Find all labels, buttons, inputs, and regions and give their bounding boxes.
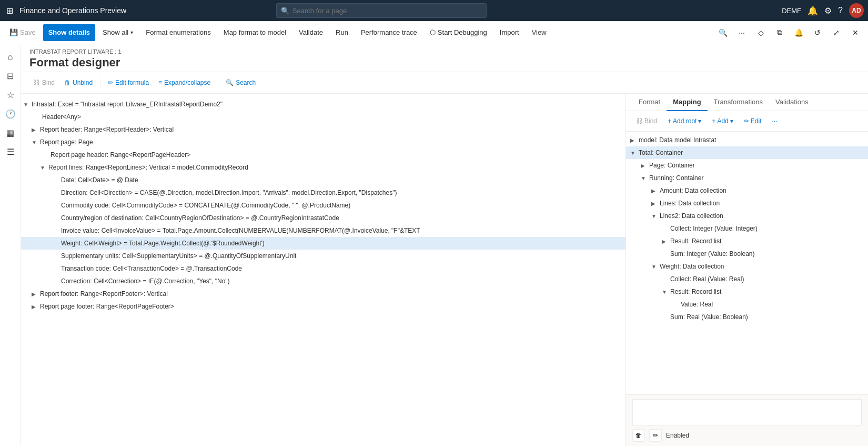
notification-icon[interactable]: 🔔 [808, 6, 818, 16]
show-all-button[interactable]: Show all ▾ [97, 24, 138, 41]
global-search-icon: 🔍 [281, 7, 289, 15]
tree-item[interactable]: Commodity code: Cell<CommodityCode> = CO… [21, 199, 625, 212]
m-tree-item-sum-int[interactable]: Sum: Integer (Value: Boolean) [626, 247, 868, 260]
tab-validations[interactable]: Validations [769, 94, 815, 111]
expand-icon[interactable]: ⤢ [828, 24, 845, 41]
import-button[interactable]: Import [494, 24, 524, 41]
m-tree-item-collect-real[interactable]: Collect: Real (Value: Real) [626, 273, 868, 285]
tree-item[interactable]: ▼ Report page: Page [21, 136, 625, 148]
bind-button[interactable]: ⛓ Bind [29, 75, 59, 90]
formula-input[interactable] [632, 399, 862, 425]
search-designer-button[interactable]: 🔍 Search [221, 75, 260, 90]
run-button[interactable]: Run [330, 24, 354, 41]
m-tree-item-value-real[interactable]: Value: Real [626, 298, 868, 311]
sidebar-clock-icon[interactable]: 🕐 [2, 105, 19, 122]
close-icon[interactable]: ✕ [847, 24, 864, 41]
top-right-controls: DEMF 🔔 ⚙ ? AD [782, 3, 864, 18]
tab-transformations[interactable]: Transformations [708, 94, 769, 111]
view-button[interactable]: View [527, 24, 552, 41]
add-button[interactable]: + Add ▾ [708, 114, 737, 128]
formula-delete-button[interactable]: 🗑 [632, 429, 645, 442]
tree-item[interactable]: Direction: Cell<Direction> = CASE(@.Dire… [21, 186, 625, 199]
tree-item[interactable]: ▼ Intrastat: Excel = "Intrastat report L… [21, 98, 625, 111]
m-tree-item-running[interactable]: ▼ Running: Container [626, 172, 868, 184]
performance-trace-button[interactable]: Performance trace [356, 24, 422, 41]
validate-button[interactable]: Validate [294, 24, 328, 41]
expand-icon: ▼ [630, 150, 639, 156]
tree-item[interactable]: Transaction code: Cell<TransactionCode> … [21, 262, 625, 275]
tree-item[interactable]: ▶ Report page footer: Range<ReportPageFo… [21, 300, 625, 313]
user-avatar[interactable]: AD [849, 3, 864, 18]
m-tree-item-result[interactable]: ▶ Result: Record list [626, 235, 868, 247]
add-root-button[interactable]: + Add root ▾ [663, 114, 705, 128]
m-tree-item-total[interactable]: ▼ Total: Container [626, 146, 868, 159]
m-tree-item-lines[interactable]: ▶ Lines: Data collection [626, 197, 868, 210]
tree-item[interactable]: Header<Any> [21, 111, 625, 123]
tree-item[interactable]: ▶ Report footer: Range<ReportFooter>: Ve… [21, 288, 625, 300]
sidebar-list-icon[interactable]: ☰ [2, 143, 19, 160]
show-details-button[interactable]: Show details [43, 24, 95, 41]
save-button[interactable]: 💾 Save [4, 24, 41, 41]
m-tree-item-weight[interactable]: ▼ Weight: Data collection [626, 260, 868, 273]
add-plus-icon: + [712, 117, 715, 125]
expand-icon [672, 302, 681, 308]
favorite-icon[interactable]: ◇ [752, 24, 769, 41]
tree-item[interactable]: Supplementary units: Cell<SupplementaryU… [21, 250, 625, 262]
expand-collapse-button[interactable]: ≡ Expand/collapse [154, 75, 215, 90]
sidebar-star-icon[interactable]: ☆ [2, 86, 19, 103]
tab-mapping[interactable]: Mapping [667, 94, 707, 111]
m-tree-item-collect-int[interactable]: Collect: Integer (Value: Integer) [626, 222, 868, 235]
tree-item[interactable]: Date: Cell<Date> = @.Date [21, 174, 625, 186]
m-tree-item-page[interactable]: ▶ Page: Container [626, 159, 868, 172]
tree-item[interactable]: ▼ Report lines: Range<ReportLines>: Vert… [21, 161, 625, 174]
m-tree-item-model[interactable]: ▶ model: Data model Intrastat [626, 134, 868, 146]
m-tree-item-result2[interactable]: ▼ Result: Record list [626, 285, 868, 298]
more-mapping-button[interactable]: ··· [768, 114, 781, 128]
m-tree-item-amount[interactable]: ▶ Amount: Data collection [626, 184, 868, 197]
settings-icon[interactable]: ⚙ [824, 6, 832, 16]
expand-icon: ▶ [662, 239, 670, 244]
split-view-icon[interactable]: ⧉ [771, 24, 788, 41]
page-header: INTRASTAT REPORT LITWARE : 1 Format desi… [21, 44, 868, 72]
expand-icon [53, 228, 61, 234]
tree-item[interactable]: ▶ Report header: Range<ReportHeader>: Ve… [21, 123, 625, 136]
more-options-button[interactable]: ··· [733, 24, 750, 41]
sidebar-grid-icon[interactable]: ▦ [2, 124, 19, 141]
sidebar-filter-icon[interactable]: ⊟ [2, 67, 19, 84]
tree-item-text: Intrastat: Excel = "Intrastat report Lit… [32, 101, 223, 108]
tree-item[interactable]: Country/region of destination: Cell<Coun… [21, 212, 625, 224]
m-tree-item-sum-real[interactable]: Sum: Real (Value: Boolean) [626, 311, 868, 323]
search-cmd-icon[interactable]: 🔍 [714, 24, 731, 41]
edit-mapping-button[interactable]: ✏ Edit [740, 114, 766, 128]
tab-format[interactable]: Format [632, 94, 667, 111]
app-grid-icon[interactable]: ⊞ [4, 4, 15, 18]
tree-item-weight[interactable]: Weight: Cell<Weight> = Total.Page.Weight… [21, 237, 625, 250]
formula-edit-button[interactable]: ✏ [649, 429, 662, 442]
page-title: Format designer [29, 56, 860, 70]
start-debugging-button[interactable]: ⬡ Start Debugging [425, 24, 492, 41]
add-root-chevron-icon: ▾ [698, 117, 701, 125]
expand-icon: ▶ [32, 291, 40, 297]
sidebar-home-icon[interactable]: ⌂ [2, 48, 19, 65]
map-format-button[interactable]: Map format to model [218, 24, 291, 41]
tree-item[interactable]: Report page header: Range<ReportPageHead… [21, 148, 625, 161]
global-search-input[interactable] [292, 7, 482, 15]
global-search-bar[interactable]: 🔍 [276, 3, 487, 18]
mapping-bind-button[interactable]: ⛓ Bind [632, 114, 661, 128]
expand-icon [53, 190, 61, 196]
refresh-icon[interactable]: ↺ [809, 24, 826, 41]
format-enumerations-button[interactable]: Format enumerations [140, 24, 216, 41]
left-sidebar: ⌂ ⊟ ☆ 🕐 ▦ ☰ [0, 44, 21, 446]
tree-item[interactable]: Correction: Cell<Correction> = IF(@.Corr… [21, 275, 625, 288]
expand-icon: ▶ [32, 304, 40, 310]
tree-item[interactable]: Invoice value: Cell<InvoiceValue> = Tota… [21, 224, 625, 237]
help-icon[interactable]: ? [838, 6, 843, 15]
breadcrumb: INTRASTAT REPORT LITWARE : 1 [29, 48, 860, 55]
notification-cmd-icon[interactable]: 🔔 [790, 24, 807, 41]
m-tree-item-lines2[interactable]: ▼ Lines2: Data collection [626, 210, 868, 222]
designer-toolbar: ⛓ Bind 🗑 Unbind ✏ Edit formula ≡ Expand/… [21, 72, 868, 94]
main-layout: ⌂ ⊟ ☆ 🕐 ▦ ☰ INTRASTAT REPORT LITWARE : 1… [0, 44, 868, 446]
unbind-button[interactable]: 🗑 Unbind [60, 75, 97, 90]
edit-formula-button[interactable]: ✏ Edit formula [104, 75, 153, 90]
expand-icon: ▶ [630, 137, 639, 143]
